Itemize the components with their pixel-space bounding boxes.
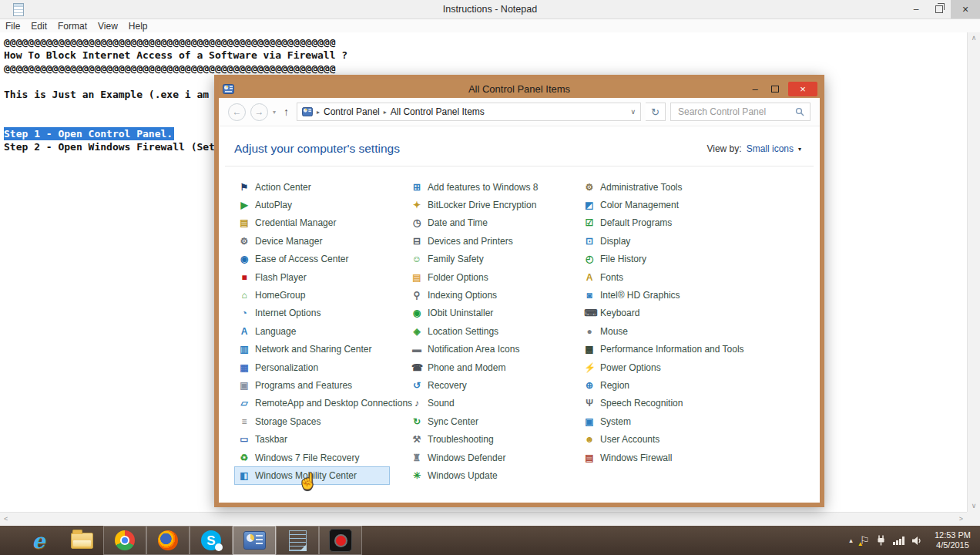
control-panel-item[interactable]: ⌂ HomeGroup [234,286,310,304]
control-panel-item[interactable]: ▤ Folder Options [407,268,493,286]
menu-file[interactable]: File [0,21,25,32]
control-panel-item[interactable]: ▥ Network and Sharing Center [234,341,376,358]
control-panel-item[interactable]: ● Mouse [579,322,633,340]
control-panel-item[interactable]: ⚡ Power Options [579,358,666,376]
control-panel-maximize-button[interactable] [765,83,785,95]
notepad-minimize-button[interactable]: – [904,0,928,18]
back-button[interactable]: ← [228,103,246,121]
notepad-vertical-scrollbar[interactable]: ∧ ∨ [967,32,980,512]
screen-recorder-taskbar-button[interactable] [319,526,362,555]
control-panel-item[interactable]: ▣ Programs and Features [234,376,357,394]
view-by-value[interactable]: Small icons [747,143,794,154]
control-panel-item[interactable]: ◷ Date and Time [407,214,492,232]
control-panel-item[interactable]: ⊡ Display [579,232,635,250]
internet-explorer-taskbar-button[interactable]: e [17,526,60,555]
control-panel-minimize-button[interactable]: – [745,83,765,95]
view-by-dropdown-icon[interactable]: ▾ [798,146,801,153]
control-panel-item[interactable]: ♻ Windows 7 File Recovery [234,449,364,466]
firefox-taskbar-button[interactable] [146,526,190,555]
control-panel-item[interactable]: ▦ Personalization [234,358,323,376]
network-signal-icon[interactable] [893,536,904,545]
address-dropdown-icon[interactable]: ∨ [630,108,636,116]
control-panel-item[interactable]: ⚲ Indexing Options [407,286,502,304]
default-programs-icon: ☑ [584,218,595,227]
notepad-close-button[interactable]: × [951,0,980,18]
control-panel-item[interactable]: ☑ Default Programs [579,214,676,232]
control-panel-item-label: Location Settings [428,326,498,337]
volume-tray-icon[interactable] [911,536,923,546]
control-panel-item[interactable]: ▭ Taskbar [234,430,292,448]
control-panel-item[interactable]: ▬ Notification Area Icons [407,341,524,358]
control-panel-item[interactable]: ▶ AutoPlay [234,196,297,214]
control-panel-item[interactable]: ▤ Windows Firewall [579,449,676,466]
scroll-up-icon[interactable]: ∧ [972,35,977,42]
control-panel-item[interactable]: ◉ IObit Uninstaller [407,304,498,322]
control-panel-item[interactable]: ✳ Windows Update [407,466,502,484]
control-panel-item[interactable]: ☎ Phone and Modem [407,358,510,376]
scroll-down-icon[interactable]: ∨ [972,503,977,510]
search-input[interactable] [676,106,795,118]
control-panel-item[interactable]: ◔ Internet Options [234,304,325,322]
scroll-left-icon[interactable]: < [4,516,8,523]
control-panel-item[interactable]: ⊞ Add features to Windows 8 [407,178,542,196]
control-panel-item[interactable]: ≡ Storage Spaces [234,412,325,430]
action-center-tray-icon[interactable]: ⚐▲ [860,535,870,546]
control-panel-item[interactable]: ☺ Family Safety [407,251,488,268]
clock[interactable]: 12:53 PM 4/5/2015 [935,530,971,550]
notepad-horizontal-scrollbar[interactable]: < > [0,512,967,525]
search-box[interactable] [670,103,811,121]
control-panel-item[interactable]: ⊕ Region [579,376,634,394]
control-panel-item[interactable]: ▤ Credential Manager [234,214,341,232]
menu-view[interactable]: View [92,21,123,32]
forward-button[interactable]: → [250,103,268,121]
control-panel-close-button[interactable]: × [788,82,817,96]
google-chrome-taskbar-button[interactable] [103,526,146,555]
control-panel-item-label: Language [255,326,296,337]
control-panel-item[interactable]: ✦ BitLocker Drive Encryption [407,196,541,214]
control-panel-item[interactable]: ▩ Performance Information and Tools [579,341,749,358]
control-panel-item[interactable]: ◈ Location Settings [407,322,503,340]
control-panel-item[interactable]: ⚑ Action Center [234,178,316,196]
control-panel-item[interactable]: ⚒ Troubleshooting [407,430,498,448]
file-explorer-taskbar-button[interactable] [60,526,103,555]
breadcrumb-all-items[interactable]: All Control Panel Items [391,106,485,117]
control-panel-item[interactable]: ⚙ Administrative Tools [579,178,687,196]
control-panel-taskbar-button[interactable] [233,526,276,555]
menu-format[interactable]: Format [52,21,92,32]
breadcrumb-control-panel[interactable]: Control Panel [324,106,380,117]
control-panel-item[interactable]: Ψ Speech Recognition [579,395,687,412]
up-button[interactable]: ↑ [284,106,289,118]
notepad-taskbar-button[interactable] [276,526,319,555]
control-panel-item[interactable]: ⌨ Keyboard [579,304,644,322]
scroll-right-icon[interactable]: > [959,516,963,523]
win7-file-recovery-icon: ♻ [239,453,250,462]
control-panel-item[interactable]: ↻ Sync Center [407,412,483,430]
notepad-restore-button[interactable] [928,0,951,18]
devices-printers-icon: ⊟ [411,237,422,246]
control-panel-item[interactable]: ▣ System [579,412,636,430]
control-panel-item[interactable]: ◉ Ease of Access Center [234,251,353,268]
control-panel-item[interactable]: ⚙ Device Manager [234,232,327,250]
address-bar[interactable]: ▸ Control Panel ▸ All Control Panel Item… [297,103,641,121]
menu-help[interactable]: Help [123,21,153,32]
menu-edit[interactable]: Edit [25,21,52,32]
internet-options-icon: ◔ [239,308,250,318]
control-panel-item[interactable]: ♜ Windows Defender [407,449,510,466]
show-hidden-icons-button[interactable]: ▴ [849,536,853,544]
recent-pages-dropdown-icon[interactable]: ▾ [273,109,276,116]
performance-icon: ▩ [584,345,595,354]
control-panel-item[interactable]: ◴ File History [579,251,651,268]
power-tray-icon[interactable] [876,535,886,546]
control-panel-item[interactable]: ⊟ Devices and Printers [407,232,518,250]
control-panel-item[interactable]: ▱ RemoteApp and Desktop Connections [234,395,407,412]
control-panel-item[interactable]: ■ Flash Player [234,268,311,286]
control-panel-item[interactable]: ↺ Recovery [407,376,472,394]
skype-taskbar-button[interactable]: S [190,526,233,555]
control-panel-item[interactable]: ♪ Sound [407,395,459,412]
control-panel-item[interactable]: A Fonts [579,268,628,286]
control-panel-item[interactable]: A Language [234,322,300,340]
control-panel-item[interactable]: ◩ Color Management [579,196,683,214]
control-panel-item[interactable]: ◙ Intel® HD Graphics [579,286,685,304]
refresh-button[interactable]: ↻ [646,103,666,121]
control-panel-item[interactable]: ☻ User Accounts [579,430,664,448]
